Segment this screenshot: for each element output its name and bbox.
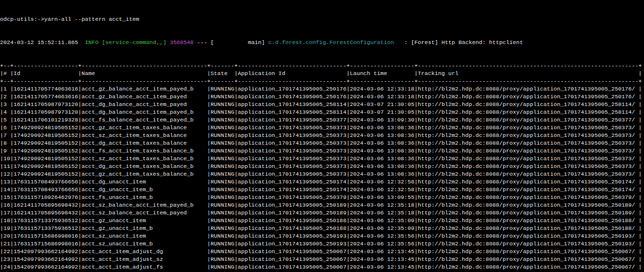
table-row: |17|1621411705895698432|acct_sz_balance_… — [0, 209, 644, 217]
table-row: |3 |1621411705987973120|acct_dg_balance_… — [0, 101, 644, 108]
table-row: |13|1763115708493766656|acct_dg_unacct_i… — [0, 178, 644, 186]
table-row: |23|1542097993662164992|acct_acct_item_a… — [0, 256, 644, 263]
table-row: |12|1749290924819505152|acct_gz_acct_ite… — [0, 170, 644, 178]
table-border: +--+-------------------+----------------… — [0, 77, 644, 85]
terminal: odcp-utils:->yarn-all --pattern acct_ite… — [0, 0, 644, 85]
table-row: |22|1542097993662164992|acct_acct_item_a… — [0, 248, 644, 256]
log-segment: 3568548 — [170, 39, 194, 46]
log-line: 2024-03-12 15:52:11.865 INFO [service-co… — [0, 39, 644, 46]
table-row: |5 |1621411706101219328|acct_fs_balance_… — [0, 116, 644, 124]
table-row: |14|1763115708493766656|acct_dg_unacct_i… — [0, 186, 644, 194]
log-segment: : [Forest] Http Backend: httpclient — [394, 39, 523, 46]
table-row: |21|1763115715686998016|acct_sz_unacct_i… — [0, 240, 644, 248]
table-row: |1 |1621411705774063616|acct_gz_balance_… — [0, 85, 644, 93]
table-header: |# |Id |Name |State |Application Id |Lau… — [0, 70, 644, 77]
table-row: |19|1763115713375936512|acct_gz_unacct_i… — [0, 225, 644, 232]
table-row: |16|1621411705895698432|acct_sz_balance_… — [0, 201, 644, 209]
log-segment: INFO [service-command,,] — [81, 39, 169, 46]
table-row: |4 |1621411705987973120|acct_dg_balance_… — [0, 108, 644, 116]
table-row: |2 |1621411705774063616|acct_gz_balance_… — [0, 93, 644, 101]
table-row: |10|1749290924819505152|acct_sz_acct_ite… — [0, 155, 644, 163]
log-segment: --- [ main] — [194, 39, 268, 46]
table-row: |6 |1749290924819505152|acct_gz_acct_ite… — [0, 124, 644, 132]
table-row: |15|1763115710926462976|acct_fs_unacct_i… — [0, 194, 644, 201]
table-border: +--+-------------------+----------------… — [0, 62, 644, 70]
terminal-window: odcp-utils:->yarn-all --pattern acct_ite… — [0, 0, 644, 272]
prompt-line: odcp-utils:->yarn-all --pattern acct_ite… — [0, 15, 644, 23]
table-row: |18|1763115713375936512|acct_gz_unacct_i… — [0, 217, 644, 225]
table-row: |7 |1749290924819505152|acct_sz_acct_ite… — [0, 132, 644, 139]
log-segment: c.d.forest.config.ForestConfiguration — [268, 39, 394, 46]
table-row: |24|1542097993662164992|acct_acct_item_a… — [0, 263, 644, 271]
table-row: |20|1763115715686998016|acct_sz_unacct_i… — [0, 232, 644, 240]
log-segment: 2024-03-12 15:52:11.865 — [0, 39, 81, 46]
yarn-table: +--+-------------------+----------------… — [0, 62, 644, 70]
table-row: |9 |1749290924819505152|acct_fs_acct_ite… — [0, 147, 644, 155]
table-row: |11|1749290924819505152|acct_dg_acct_ite… — [0, 163, 644, 170]
table-row: |8 |1749290924819505152|acct_dg_acct_ite… — [0, 139, 644, 147]
